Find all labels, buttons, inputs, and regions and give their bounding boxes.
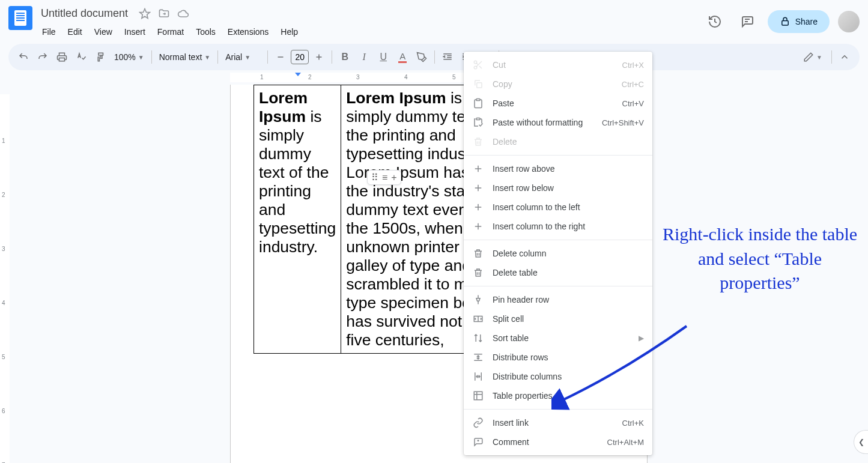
text-color-button[interactable]: A xyxy=(393,48,411,66)
trash-icon xyxy=(472,136,484,148)
menu-edit[interactable]: Edit xyxy=(63,25,87,39)
highlight-button[interactable] xyxy=(413,48,431,66)
star-icon[interactable] xyxy=(139,8,151,20)
undo-button[interactable] xyxy=(14,48,32,66)
separator xyxy=(464,286,652,286)
history-icon[interactable] xyxy=(703,10,727,34)
paste-plain-icon xyxy=(472,117,484,129)
underline-button[interactable]: U xyxy=(374,48,392,66)
context-menu: Cut Ctrl+X Copy Ctrl+C Paste Ctrl+V Past… xyxy=(464,52,652,455)
add-icon[interactable]: + xyxy=(391,172,396,183)
zoom-select[interactable]: 100%▼ xyxy=(111,51,148,63)
menu-comment[interactable]: Comment Ctrl+Alt+M xyxy=(464,432,652,452)
plus-icon xyxy=(472,201,484,213)
font-size-input[interactable] xyxy=(291,50,309,64)
menu-delete: Delete xyxy=(464,132,652,151)
menu-insert[interactable]: Insert xyxy=(120,25,150,39)
menu-tools[interactable]: Tools xyxy=(191,25,220,39)
comment-icon xyxy=(472,436,484,448)
separator xyxy=(464,409,652,410)
plus-icon xyxy=(472,182,484,194)
separator xyxy=(464,155,652,156)
document-title[interactable]: Untitled document xyxy=(37,6,132,21)
user-avatar[interactable] xyxy=(838,11,860,32)
cloud-status-icon[interactable] xyxy=(177,8,189,20)
menu-pin-header-row[interactable]: Pin header row xyxy=(464,290,652,309)
chevron-down-icon: ▼ xyxy=(244,54,250,61)
menu-insert-row-above[interactable]: Insert row above xyxy=(464,159,652,178)
distribute-rows-icon xyxy=(472,351,484,363)
separator xyxy=(332,50,332,64)
table-controls[interactable]: ⠿ ≡ + xyxy=(367,170,401,185)
svg-rect-8 xyxy=(476,118,480,120)
menu-delete-column[interactable]: Delete column xyxy=(464,244,652,263)
svg-point-5 xyxy=(474,66,477,69)
font-select[interactable]: Arial▼ xyxy=(222,51,264,63)
header-right: Share xyxy=(703,5,860,34)
decrease-font-size-button[interactable] xyxy=(272,48,290,66)
split-cell-icon xyxy=(472,313,484,325)
menu-paste[interactable]: Paste Ctrl+V xyxy=(464,94,652,113)
plus-icon xyxy=(472,220,484,232)
editing-mode-button[interactable]: ▼ xyxy=(798,48,828,66)
separator xyxy=(267,50,268,64)
menu-insert-link[interactable]: Insert link Ctrl+K xyxy=(464,413,652,432)
link-icon xyxy=(472,417,484,429)
chevron-down-icon: ▼ xyxy=(204,54,210,61)
menu-format[interactable]: Format xyxy=(153,25,189,39)
copy-icon xyxy=(472,78,484,90)
bold-button[interactable]: B xyxy=(336,48,354,66)
menu-distribute-rows[interactable]: Distribute rows xyxy=(464,348,652,367)
table-properties-icon xyxy=(472,390,484,402)
align-icon[interactable]: ≡ xyxy=(382,172,387,183)
separator xyxy=(151,50,152,64)
paragraph-style-select[interactable]: Normal text▼ xyxy=(156,51,214,63)
menu-insert-column-right[interactable]: Insert column to the right xyxy=(464,217,652,236)
menu-help[interactable]: Help xyxy=(276,25,303,39)
separator xyxy=(464,240,652,240)
format-paint-button[interactable] xyxy=(91,48,109,66)
redo-button[interactable] xyxy=(34,48,52,66)
print-button[interactable] xyxy=(53,48,71,66)
menubar: File Edit View Insert Format Tools Exten… xyxy=(37,22,703,41)
menu-delete-table[interactable]: Delete table xyxy=(464,263,652,282)
svg-rect-6 xyxy=(477,83,482,88)
chevron-right-icon: ▶ xyxy=(639,334,644,342)
table-cell[interactable]: Lorem Ipsum is simply dummy text of the … xyxy=(254,85,341,354)
plus-icon xyxy=(472,163,484,175)
decrease-indent-button[interactable] xyxy=(439,48,457,66)
menu-cut: Cut Ctrl+X xyxy=(464,55,652,74)
separator xyxy=(434,50,435,64)
indent-marker-icon[interactable] xyxy=(295,73,301,79)
menu-sort-table[interactable]: Sort table ▶ xyxy=(464,328,652,348)
collapse-toolbar-button[interactable] xyxy=(836,48,854,66)
docs-logo-icon[interactable] xyxy=(8,6,32,30)
toolbar: 100%▼ Normal text▼ Arial▼ B I U A ▼ xyxy=(8,44,860,70)
share-button[interactable]: Share xyxy=(768,10,830,33)
menu-insert-column-left[interactable]: Insert column to the left xyxy=(464,198,652,217)
svg-rect-0 xyxy=(782,21,788,26)
comments-icon[interactable] xyxy=(735,10,759,34)
font-size-controls xyxy=(272,48,328,66)
menu-distribute-columns[interactable]: Distribute columns xyxy=(464,367,652,386)
menu-table-properties[interactable]: Table properties xyxy=(464,386,652,405)
separator xyxy=(831,50,832,64)
separator xyxy=(217,50,218,64)
drag-handle-icon[interactable]: ⠿ xyxy=(371,172,378,183)
menu-extensions[interactable]: Extensions xyxy=(223,25,273,39)
chevron-down-icon: ▼ xyxy=(138,54,144,61)
menu-insert-row-below[interactable]: Insert row below xyxy=(464,178,652,198)
move-folder-icon[interactable] xyxy=(158,8,170,20)
distribute-columns-icon xyxy=(472,371,484,383)
spellcheck-button[interactable] xyxy=(72,48,90,66)
svg-point-4 xyxy=(474,61,477,64)
app-header: Untitled document File Edit View Insert … xyxy=(0,0,868,41)
menu-file[interactable]: File xyxy=(37,25,61,39)
menu-view[interactable]: View xyxy=(90,25,117,39)
italic-button[interactable]: I xyxy=(355,48,373,66)
menu-split-cell[interactable]: Split cell xyxy=(464,309,652,328)
vertical-ruler: 1 2 3 4 5 6 7 xyxy=(0,82,10,463)
increase-font-size-button[interactable] xyxy=(310,48,328,66)
menu-paste-without-formatting[interactable]: Paste without formatting Ctrl+Shift+V xyxy=(464,113,652,132)
paste-icon xyxy=(472,97,484,109)
